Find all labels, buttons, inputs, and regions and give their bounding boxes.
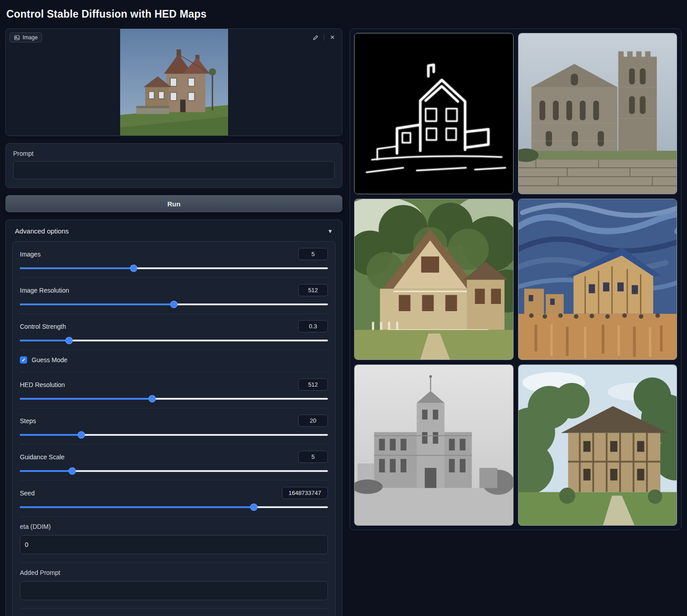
gallery-item-victorian-cottage[interactable] bbox=[354, 199, 514, 360]
run-button[interactable]: Run bbox=[5, 195, 342, 212]
guidance-scale-slider-label: Guidance Scale bbox=[20, 453, 65, 461]
added-prompt-input[interactable] bbox=[20, 581, 328, 600]
steps-slider-row: Steps 20 bbox=[20, 408, 328, 444]
added-prompt-row: Added Prompt bbox=[20, 563, 328, 609]
hed-edge-map-image bbox=[355, 33, 513, 194]
input-house-photo bbox=[120, 29, 229, 135]
output-gallery bbox=[350, 28, 682, 530]
steps-value-input[interactable]: 20 bbox=[298, 415, 328, 427]
edit-image-button[interactable] bbox=[310, 32, 322, 43]
steps-slider[interactable] bbox=[20, 434, 328, 436]
chevron-down-icon: ▼ bbox=[327, 228, 333, 234]
gallery-item-timber-house[interactable] bbox=[518, 364, 678, 526]
eta-label: eta (DDIM) bbox=[20, 523, 328, 530]
advanced-options-header[interactable]: Advanced options ▼ bbox=[12, 226, 336, 241]
main-layout: Image × bbox=[5, 28, 682, 616]
seed-slider[interactable] bbox=[20, 506, 328, 508]
timber-house-image bbox=[519, 365, 677, 525]
grayscale-building-image bbox=[355, 365, 513, 525]
image-resolution-slider[interactable] bbox=[20, 303, 328, 305]
added-prompt-label: Added Prompt bbox=[20, 569, 328, 576]
slider-thumb[interactable] bbox=[65, 337, 73, 344]
eta-input[interactable] bbox=[20, 535, 328, 554]
images-slider[interactable] bbox=[20, 267, 328, 269]
gallery-item-hed-edge-map[interactable] bbox=[354, 33, 514, 194]
image-resolution-slider-label: Image Resolution bbox=[20, 287, 69, 294]
images-value-input[interactable]: 5 bbox=[298, 248, 328, 260]
control-strength-value-input[interactable]: 0.3 bbox=[298, 320, 328, 332]
slider-fill bbox=[20, 398, 152, 400]
prompt-block: Prompt bbox=[5, 143, 342, 188]
hed-resolution-slider[interactable] bbox=[20, 398, 328, 400]
toolbar-divider bbox=[324, 34, 324, 41]
image-input-label: Image bbox=[9, 33, 42, 42]
gallery-item-grayscale-building[interactable] bbox=[354, 364, 514, 526]
negative-prompt-row: Negative Prompt bbox=[20, 609, 328, 616]
victorian-cottage-image bbox=[355, 199, 513, 359]
guidance-scale-value-input[interactable]: 5 bbox=[298, 451, 328, 463]
guidance-scale-slider[interactable] bbox=[20, 470, 328, 472]
checkbox-checked-icon: ✓ bbox=[20, 356, 27, 364]
seed-slider-row: Seed 1648733747 bbox=[20, 481, 328, 517]
seed-slider-label: Seed bbox=[20, 490, 35, 497]
slider-thumb[interactable] bbox=[69, 467, 76, 475]
eta-row: eta (DDIM) bbox=[20, 517, 328, 563]
clear-image-button[interactable]: × bbox=[327, 32, 338, 43]
slider-thumb[interactable] bbox=[250, 504, 257, 511]
slider-thumb[interactable] bbox=[130, 265, 137, 272]
slider-fill bbox=[20, 303, 174, 305]
control-strength-slider-row: Control Strength 0.3 bbox=[20, 314, 328, 350]
slider-fill bbox=[20, 506, 254, 508]
advanced-options-accordion: Advanced options ▼ Images 5 bbox=[5, 219, 342, 616]
input-image-preview bbox=[6, 29, 342, 135]
image-toolbar: × bbox=[310, 32, 338, 43]
advanced-options-body: Images 5 Image Resolution 512 bbox=[12, 241, 336, 616]
guess-mode-row: ✓ Guess Mode bbox=[20, 350, 328, 372]
image-icon bbox=[14, 35, 20, 41]
advanced-options-title: Advanced options bbox=[15, 227, 69, 235]
slider-fill bbox=[20, 434, 81, 436]
control-strength-slider[interactable] bbox=[20, 340, 328, 341]
hed-resolution-value-input[interactable]: 512 bbox=[298, 378, 328, 391]
slider-fill bbox=[20, 470, 72, 472]
gallery-item-stylized-painting[interactable] bbox=[518, 199, 678, 360]
control-strength-slider-label: Control Strength bbox=[20, 323, 66, 330]
guess-mode-label: Guess Mode bbox=[32, 356, 67, 364]
guidance-scale-slider-row: Guidance Scale 5 bbox=[20, 444, 328, 481]
image-resolution-slider-row: Image Resolution 512 bbox=[20, 278, 328, 314]
page-title: Control Stable Diffusion with HED Maps bbox=[5, 5, 682, 28]
left-column: Image × bbox=[5, 28, 342, 616]
right-column bbox=[350, 28, 682, 530]
image-input-label-text: Image bbox=[23, 34, 37, 41]
images-slider-row: Images 5 bbox=[20, 242, 328, 278]
hed-resolution-slider-row: HED Resolution 512 bbox=[20, 372, 328, 408]
guess-mode-checkbox[interactable]: ✓ Guess Mode bbox=[20, 356, 328, 364]
slider-fill bbox=[20, 340, 69, 341]
seed-value-input[interactable]: 1648733747 bbox=[282, 487, 328, 499]
image-input-block: Image × bbox=[5, 28, 342, 136]
pencil-icon bbox=[313, 34, 319, 41]
prompt-label: Prompt bbox=[13, 150, 335, 157]
stone-cathedral-image bbox=[519, 33, 677, 194]
stylized-painting-image bbox=[519, 199, 677, 359]
image-resolution-value-input[interactable]: 512 bbox=[298, 284, 328, 296]
gallery-item-stone-cathedral[interactable] bbox=[518, 33, 678, 194]
slider-thumb[interactable] bbox=[149, 395, 156, 402]
prompt-input[interactable] bbox=[13, 161, 335, 179]
slider-thumb[interactable] bbox=[78, 431, 85, 439]
slider-fill bbox=[20, 267, 134, 269]
images-slider-label: Images bbox=[20, 251, 41, 258]
hed-resolution-slider-label: HED Resolution bbox=[20, 381, 65, 388]
steps-slider-label: Steps bbox=[20, 417, 36, 425]
slider-thumb[interactable] bbox=[170, 301, 178, 308]
